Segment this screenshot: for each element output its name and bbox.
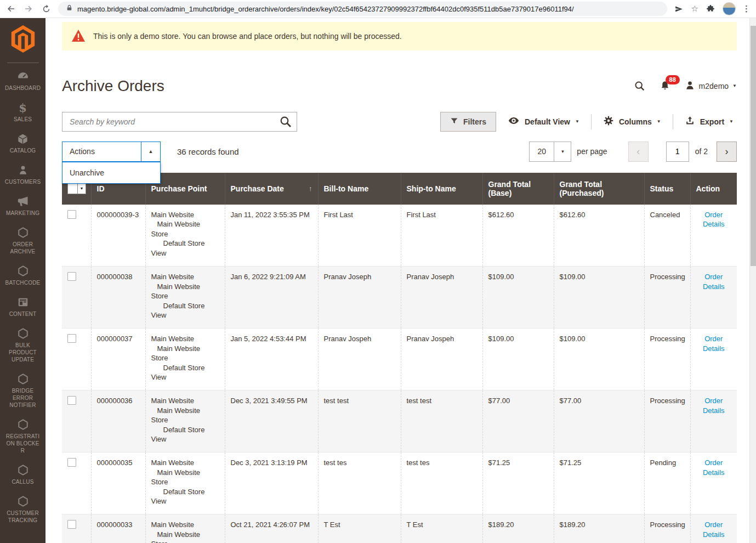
demo-store-notice: This is only a demo store. You can brows…: [62, 22, 737, 50]
sidebar-item-label: BULK PRODUCT UPDATE: [4, 342, 42, 363]
cell-grand-total-base: $77.00: [482, 391, 554, 452]
chevron-down-icon: ▼: [575, 119, 579, 124]
cell-ship-to: test tes: [401, 452, 482, 514]
per-page-select[interactable]: 20 ▼: [529, 142, 571, 162]
order-details-link[interactable]: Order Details: [703, 211, 725, 229]
scrollbar-thumb[interactable]: [751, 26, 756, 266]
sidebar-item-catalog[interactable]: CATALOG: [1, 128, 45, 159]
send-icon[interactable]: [674, 3, 685, 14]
sidebar-item-content[interactable]: CONTENT: [1, 291, 45, 323]
cell-checkbox: [62, 329, 91, 391]
cell-purchase-point: Main WebsiteMain Website StoreDefault St…: [145, 514, 225, 543]
per-page-value: 20: [530, 142, 554, 161]
column-header-action[interactable]: Action: [690, 173, 737, 205]
address-bar[interactable]: magento.bridge-global.com/admin_1muhct/b…: [58, 2, 667, 16]
row-checkbox[interactable]: [67, 396, 76, 405]
cell-action: Order Details: [690, 205, 737, 267]
browser-profile-avatar[interactable]: [723, 2, 736, 15]
sidebar-item-marketing[interactable]: MARKETING: [1, 190, 45, 222]
global-search-icon[interactable]: [634, 80, 645, 92]
cell-grand-total-base: $109.00: [482, 329, 554, 391]
row-checkbox[interactable]: [67, 458, 76, 467]
row-checkbox[interactable]: [67, 334, 76, 343]
search-input[interactable]: [62, 112, 297, 132]
column-header-status[interactable]: Status: [644, 173, 690, 205]
column-header-ship-to-name[interactable]: Ship-to Name: [401, 173, 482, 205]
column-header-purchase-date[interactable]: Purchase Date↑: [225, 173, 318, 205]
page-scrollbar[interactable]: [749, 18, 756, 543]
cell-bill-to: First Last: [318, 205, 401, 267]
extensions-puzzle-icon[interactable]: [705, 3, 716, 14]
cell-purchase-date: Dec 3, 2021 3:49:55 PM: [225, 391, 318, 452]
bookmark-star-icon[interactable]: ☆: [691, 4, 698, 14]
default-view-button[interactable]: Default View ▼: [504, 112, 583, 131]
records-found-text: 36 records found: [177, 147, 239, 156]
sidebar-item-dashboard[interactable]: DASHBOARD: [1, 65, 45, 97]
table-row: 000000035Main WebsiteMain Website StoreD…: [62, 452, 737, 514]
cell-id: 000000036: [91, 391, 145, 452]
cell-ship-to: Pranav Joseph: [401, 267, 482, 329]
order-details-link[interactable]: Order Details: [703, 273, 725, 291]
magento-logo[interactable]: [10, 24, 36, 56]
cell-status: Processing: [644, 267, 690, 329]
gear-icon: [603, 115, 614, 128]
main-content: This is only a demo store. You can brows…: [46, 18, 756, 543]
table-row: 000000033Main WebsiteMain Website StoreD…: [62, 514, 737, 543]
browser-menu-icon[interactable]: ⋮: [742, 4, 751, 14]
cell-grand-total-purchased: $71.25: [554, 452, 644, 514]
notice-text: This is only a demo store. You can brows…: [93, 32, 402, 41]
chevron-down-icon[interactable]: ▼: [554, 142, 571, 161]
actions-dropdown[interactable]: Actions ▲: [62, 142, 161, 162]
back-icon[interactable]: [5, 3, 16, 14]
forward-icon[interactable]: [23, 3, 34, 14]
next-page-button[interactable]: ›: [717, 142, 737, 162]
sidebar-item-bridge-error-notifier[interactable]: BRIDGE ERROR NOTIFIER: [1, 368, 45, 414]
user-menu[interactable]: m2demo ▼: [685, 80, 737, 92]
order-details-link[interactable]: Order Details: [703, 335, 725, 353]
column-header-grand-total-base-[interactable]: Grand Total (Base): [482, 173, 554, 205]
sidebar-item-order-archive[interactable]: ORDER ARCHIVE: [1, 222, 45, 260]
sidebar-item-registration-blocker[interactable]: REGISTRATION BLOCKER: [1, 414, 45, 459]
sidebar-item-callus[interactable]: CALLUS: [1, 459, 45, 490]
cell-grand-total-purchased: $612.60: [554, 205, 644, 267]
chevron-up-icon[interactable]: ▲: [141, 142, 160, 161]
row-checkbox[interactable]: [67, 272, 76, 281]
sidebar-item-customer-tracking[interactable]: CUSTOMER TRACKING: [1, 490, 45, 529]
chevron-down-icon[interactable]: ▼: [77, 183, 86, 194]
actions-menu: Unarchive: [62, 162, 161, 184]
cell-purchase-point: Main WebsiteMain Website StoreDefault St…: [145, 205, 225, 267]
funnel-icon: [450, 117, 458, 127]
cell-purchase-point: Main WebsiteMain Website StoreDefault St…: [145, 391, 225, 452]
current-page-input[interactable]: [666, 142, 689, 162]
columns-button[interactable]: Columns ▼: [600, 113, 664, 130]
sidebar-item-label: CUSTOMER TRACKING: [4, 510, 42, 524]
sidebar-item-label: REGISTRATION BLOCKER: [5, 433, 41, 454]
cell-purchase-point: Main WebsiteMain Website StoreDefault St…: [145, 329, 225, 391]
sidebar-item-label: DASHBOARD: [4, 84, 42, 92]
notifications-bell-icon[interactable]: 88: [660, 80, 670, 92]
menu-item-unarchive[interactable]: Unarchive: [62, 162, 160, 183]
row-checkbox[interactable]: [67, 520, 76, 529]
search-icon[interactable]: [279, 115, 292, 131]
filters-button[interactable]: Filters: [440, 112, 496, 132]
reload-icon[interactable]: [41, 3, 52, 14]
cell-grand-total-base: $612.60: [482, 205, 554, 267]
column-header-grand-total-purchased-[interactable]: Grand Total (Purchased): [554, 173, 644, 205]
chevron-down-icon: ▼: [729, 119, 734, 124]
cell-purchase-point: Main WebsiteMain Website StoreDefault St…: [145, 452, 225, 514]
select-all-checkbox[interactable]: ▼: [67, 183, 86, 194]
row-checkbox[interactable]: [67, 210, 76, 219]
cell-purchase-date: Jan 6, 2022 9:21:09 AM: [225, 267, 318, 329]
sidebar-item-bulk-product-update[interactable]: BULK PRODUCT UPDATE: [1, 323, 45, 368]
cell-bill-to: Pranav Joseph: [318, 267, 401, 329]
sidebar-item-customers[interactable]: CUSTOMERS: [1, 159, 45, 190]
cell-action: Order Details: [690, 329, 737, 391]
export-button[interactable]: Export ▼: [681, 114, 737, 130]
order-details-link[interactable]: Order Details: [703, 459, 725, 477]
order-details-link[interactable]: Order Details: [703, 397, 725, 415]
order-details-link[interactable]: Order Details: [703, 521, 725, 539]
sidebar-item-sales[interactable]: $SALES: [1, 97, 45, 128]
sidebar-item-batchcode[interactable]: BATCHCODE: [1, 260, 45, 291]
previous-page-button[interactable]: ‹: [628, 142, 649, 162]
column-header-bill-to-name[interactable]: Bill-to Name: [318, 173, 401, 205]
